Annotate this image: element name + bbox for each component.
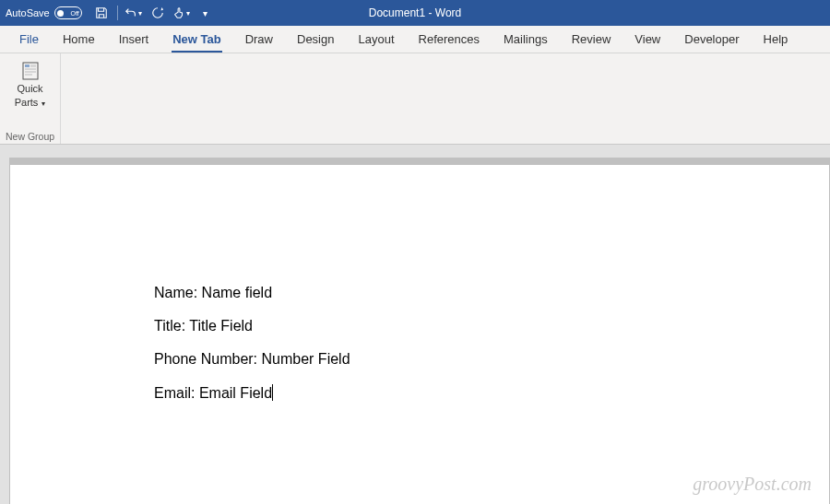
tab-layout[interactable]: Layout bbox=[346, 27, 406, 52]
quick-parts-label-2: Parts bbox=[15, 97, 39, 108]
touch-icon bbox=[172, 6, 185, 19]
tab-home[interactable]: Home bbox=[51, 27, 107, 52]
svg-rect-3 bbox=[25, 68, 36, 70]
tab-new-tab[interactable]: New Tab bbox=[160, 27, 233, 52]
ribbon-group-label: New Group bbox=[6, 131, 54, 142]
tab-references[interactable]: References bbox=[407, 27, 492, 52]
quick-access-toolbar: ▾ ▾ ▾ bbox=[91, 3, 216, 23]
ribbon-group-new-group: Quick Parts ▾ New Group bbox=[0, 53, 61, 144]
tab-review[interactable]: Review bbox=[560, 27, 623, 52]
customize-qat-button[interactable]: ▾ bbox=[196, 3, 216, 23]
tab-mailings[interactable]: Mailings bbox=[492, 27, 560, 52]
tab-view[interactable]: View bbox=[622, 27, 672, 52]
tab-file[interactable]: File bbox=[7, 27, 51, 52]
page-top-edge bbox=[9, 158, 830, 165]
ribbon-tabs: File Home Insert New Tab Draw Design Lay… bbox=[0, 26, 830, 53]
autosave-toggle[interactable]: Off bbox=[54, 6, 82, 19]
qat-separator bbox=[117, 6, 118, 20]
document-area: Name: Name field Title: Title Field Phon… bbox=[0, 145, 830, 504]
undo-button[interactable]: ▾ bbox=[124, 3, 144, 23]
svg-rect-5 bbox=[25, 74, 32, 76]
titlebar: AutoSave Off ▾ ▾ ▾ Document1 - Word bbox=[0, 0, 830, 26]
quick-parts-label-1: Quick bbox=[17, 83, 42, 94]
save-icon bbox=[95, 6, 108, 19]
undo-icon bbox=[125, 6, 137, 19]
tab-draw[interactable]: Draw bbox=[233, 27, 285, 52]
overflow-icon: ▾ bbox=[203, 8, 208, 18]
document-title: Document1 - Word bbox=[369, 6, 461, 19]
page[interactable]: Name: Name field Title: Title Field Phon… bbox=[9, 165, 830, 504]
doc-line: Title: Title Field bbox=[154, 318, 829, 334]
svg-rect-2 bbox=[30, 64, 36, 67]
doc-line-text: Email: Email Field bbox=[154, 385, 272, 401]
autosave-group[interactable]: AutoSave Off bbox=[6, 6, 82, 19]
text-cursor bbox=[272, 384, 273, 401]
tab-design[interactable]: Design bbox=[285, 27, 346, 52]
tab-help[interactable]: Help bbox=[752, 27, 800, 52]
autosave-label: AutoSave bbox=[6, 7, 50, 18]
doc-line: Name: Name field bbox=[154, 285, 829, 301]
save-button[interactable] bbox=[91, 3, 112, 23]
chevron-down-icon: ▾ bbox=[42, 100, 45, 108]
doc-line: Email: Email Field bbox=[154, 384, 829, 402]
tab-developer[interactable]: Developer bbox=[672, 27, 751, 52]
touch-mode-button[interactable]: ▾ bbox=[172, 3, 192, 23]
redo-button[interactable] bbox=[148, 3, 168, 23]
svg-rect-1 bbox=[25, 64, 30, 67]
svg-rect-4 bbox=[25, 71, 36, 73]
redo-icon bbox=[151, 6, 164, 19]
doc-line: Phone Number: Number Field bbox=[154, 351, 829, 368]
quick-parts-icon bbox=[20, 61, 41, 81]
tab-insert[interactable]: Insert bbox=[107, 27, 161, 52]
ribbon: Quick Parts ▾ New Group bbox=[0, 53, 830, 145]
chevron-down-icon: ▾ bbox=[186, 9, 190, 18]
autosave-state: Off bbox=[70, 10, 78, 17]
chevron-down-icon: ▾ bbox=[138, 9, 142, 18]
quick-parts-button[interactable]: Quick Parts ▾ bbox=[9, 57, 52, 112]
